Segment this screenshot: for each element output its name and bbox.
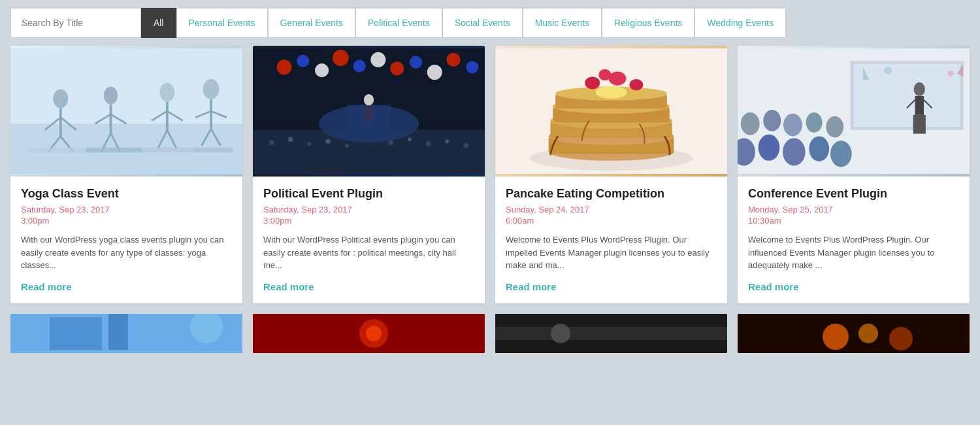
card-conference-title: Conference Event Plugin xyxy=(748,187,959,201)
svg-point-37 xyxy=(370,52,385,67)
filter-btn-wedding[interactable]: Wedding Events xyxy=(694,8,786,38)
card-yoga-title: Yoga Class Event xyxy=(21,187,232,201)
svg-rect-103 xyxy=(495,327,727,340)
card-political-read-more[interactable]: Read more xyxy=(263,281,314,292)
svg-point-2 xyxy=(53,89,68,108)
svg-point-39 xyxy=(410,56,422,69)
bottom-card-3 xyxy=(495,314,727,353)
cards-section: Yoga Class Event Saturday, Sep 23, 2017 … xyxy=(0,46,980,353)
svg-point-106 xyxy=(823,324,849,350)
card-yoga-desc: With our WordPress yoga class events plu… xyxy=(21,233,232,272)
bottom-card-4-image xyxy=(738,314,970,353)
svg-point-51 xyxy=(345,144,349,148)
svg-rect-77 xyxy=(915,96,924,115)
card-conference-body: Conference Event Plugin Monday, Sep 25, … xyxy=(738,177,970,303)
svg-point-47 xyxy=(269,140,274,145)
card-political-image xyxy=(253,46,485,177)
card-pancake-read-more[interactable]: Read more xyxy=(506,281,557,292)
filter-btn-all[interactable]: All xyxy=(141,8,176,38)
card-pancake-body: Pancake Eating Competition Sunday, Sep 2… xyxy=(495,177,727,303)
card-yoga-image xyxy=(10,46,242,177)
bottom-card-2-image xyxy=(253,314,485,353)
svg-point-53 xyxy=(408,137,412,141)
card-pancake-image xyxy=(495,46,727,177)
svg-point-88 xyxy=(783,138,806,165)
card-yoga-read-more[interactable]: Read more xyxy=(21,281,72,292)
cards-grid: Yoga Class Event Saturday, Sep 23, 2017 … xyxy=(10,46,970,303)
svg-point-72 xyxy=(598,69,611,80)
filter-bar: All Personal Events General Events Polit… xyxy=(0,0,980,46)
card-conference-date: Monday, Sep 25, 2017 xyxy=(748,205,959,214)
bottom-card-4 xyxy=(738,314,970,353)
card-conference-time: 10:30am xyxy=(748,216,959,226)
svg-point-69 xyxy=(585,76,600,89)
svg-point-40 xyxy=(427,65,442,80)
svg-point-93 xyxy=(885,67,892,75)
card-political-body: Political Event Plugin Saturday, Sep 23,… xyxy=(253,177,485,303)
svg-point-108 xyxy=(889,327,913,350)
svg-point-89 xyxy=(809,136,829,161)
svg-point-76 xyxy=(914,82,925,96)
card-yoga: Yoga Class Event Saturday, Sep 23, 2017 … xyxy=(10,46,242,303)
card-yoga-date: Saturday, Sep 23, 2017 xyxy=(21,205,232,214)
card-conference-image xyxy=(738,46,970,177)
svg-point-68 xyxy=(596,86,627,99)
svg-point-48 xyxy=(288,137,293,142)
card-pancake: Pancake Eating Competition Sunday, Sep 2… xyxy=(495,46,727,303)
svg-point-83 xyxy=(783,114,802,137)
svg-rect-26 xyxy=(29,148,86,153)
bottom-card-1 xyxy=(10,314,242,353)
search-input[interactable] xyxy=(10,8,141,38)
card-conference-read-more[interactable]: Read more xyxy=(748,281,799,292)
card-conference: Conference Event Plugin Monday, Sep 25, … xyxy=(738,46,970,303)
svg-point-107 xyxy=(858,324,878,343)
svg-point-32 xyxy=(276,60,291,75)
card-pancake-time: 6:00am xyxy=(506,216,717,226)
filter-btn-music[interactable]: Music Events xyxy=(523,8,602,38)
filter-btn-religious[interactable]: Religious Events xyxy=(602,8,694,38)
svg-rect-29 xyxy=(195,148,233,153)
filter-btn-social[interactable]: Social Events xyxy=(442,8,523,38)
svg-point-81 xyxy=(741,112,760,135)
svg-point-35 xyxy=(333,50,349,66)
svg-point-36 xyxy=(353,60,366,72)
svg-rect-105 xyxy=(738,314,970,353)
svg-point-104 xyxy=(551,324,570,343)
card-political-desc: With our WordPress Political events plug… xyxy=(263,233,474,272)
bottom-cards-row xyxy=(10,314,970,353)
card-pancake-title: Pancake Eating Competition xyxy=(506,187,717,201)
svg-point-33 xyxy=(297,55,309,67)
svg-point-85 xyxy=(826,116,843,138)
card-political-date: Saturday, Sep 23, 2017 xyxy=(263,205,474,214)
card-pancake-date: Sunday, Sep 24, 2017 xyxy=(506,205,717,214)
svg-rect-46 xyxy=(365,105,373,121)
svg-point-94 xyxy=(947,71,954,77)
svg-point-20 xyxy=(203,79,220,99)
svg-point-34 xyxy=(315,63,329,77)
filter-btn-political[interactable]: Political Events xyxy=(355,8,442,38)
bottom-card-1-image xyxy=(10,314,242,353)
svg-point-50 xyxy=(325,139,331,144)
card-yoga-body: Yoga Class Event Saturday, Sep 23, 2017 … xyxy=(10,177,242,303)
svg-point-45 xyxy=(364,94,374,105)
svg-point-52 xyxy=(388,140,393,145)
svg-point-56 xyxy=(463,143,468,148)
svg-rect-75 xyxy=(854,64,960,127)
svg-point-84 xyxy=(806,112,823,133)
svg-rect-28 xyxy=(142,148,198,153)
svg-point-70 xyxy=(609,72,627,86)
filter-btn-general[interactable]: General Events xyxy=(268,8,356,38)
bottom-card-3-image xyxy=(495,314,727,353)
card-pancake-desc: Welcome to Events Plus WordPress Plugin.… xyxy=(506,233,717,272)
card-political: Political Event Plugin Saturday, Sep 23,… xyxy=(253,46,485,303)
svg-point-90 xyxy=(830,141,852,167)
svg-rect-27 xyxy=(86,148,142,153)
svg-rect-97 xyxy=(108,314,128,350)
svg-point-14 xyxy=(159,83,174,102)
card-conference-desc: Welcome to Events Plus WordPress Plugin.… xyxy=(748,233,959,272)
card-yoga-time: 3:00pm xyxy=(21,216,232,226)
svg-point-82 xyxy=(763,110,781,131)
svg-point-42 xyxy=(466,61,478,73)
svg-point-49 xyxy=(307,142,311,146)
filter-btn-personal[interactable]: Personal Events xyxy=(176,8,268,38)
